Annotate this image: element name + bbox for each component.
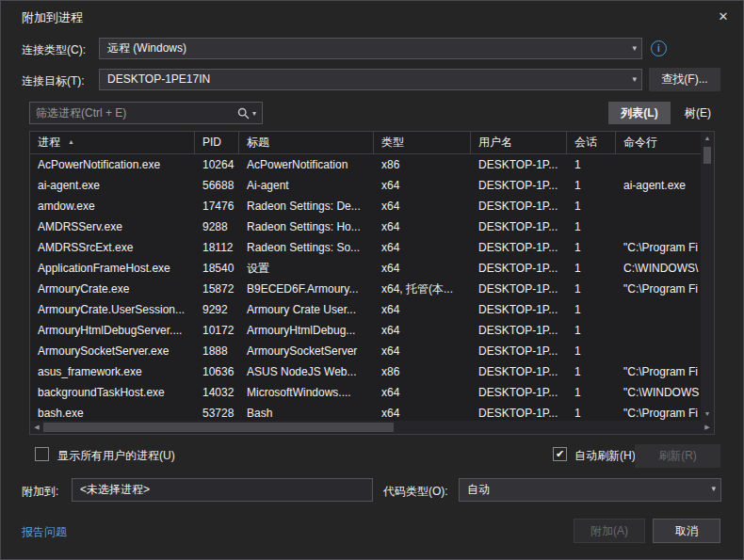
attach-to-field[interactable]: <未选择进程>	[72, 478, 373, 502]
table-row[interactable]: bash.exe53728Bashx64DESKTOP-1P...1"C:\Pr…	[30, 403, 701, 421]
scroll-left-icon[interactable]: ◀	[30, 421, 43, 434]
cell-process: ai-agent.exe	[30, 175, 195, 196]
column-header-process[interactable]: 进程▲	[30, 132, 195, 153]
close-icon[interactable]: ✕	[713, 7, 734, 27]
connection-type-value: 远程 (Windows)	[107, 41, 186, 55]
cancel-button[interactable]: 取消	[653, 519, 720, 543]
cell-type: x64	[374, 320, 471, 341]
show-all-users-label: 显示所有用户的进程(U)	[57, 448, 175, 464]
info-icon[interactable]: i	[651, 40, 667, 56]
column-label: 标题	[247, 136, 269, 149]
table-row[interactable]: ArmourySocketServer.exe1888ArmourySocket…	[30, 341, 701, 361]
auto-refresh-label: 自动刷新(H)	[574, 448, 636, 464]
column-header-type[interactable]: 类型	[374, 132, 471, 153]
cell-title: B9ECED6F.Armoury...	[239, 279, 374, 299]
list-view-toggle[interactable]: 列表(L)	[608, 102, 671, 124]
cell-type: x64, 托管(本...	[374, 279, 471, 299]
sort-ascending-icon: ▲	[68, 138, 74, 145]
cell-process: asus_framework.exe	[30, 361, 195, 382]
table-row[interactable]: backgroundTaskHost.exe14032MicrosoftWind…	[30, 382, 701, 403]
table-row[interactable]: AMDRSServ.exe9288Radeon Settings: Ho...x…	[30, 216, 701, 237]
column-header-cmdline[interactable]: 命令行	[616, 132, 701, 153]
cell-pid: 10636	[195, 361, 239, 382]
cell-title: ASUS NodeJS Web...	[239, 361, 374, 382]
cell-cmdline	[616, 341, 701, 361]
column-header-pid[interactable]: PID	[195, 132, 239, 153]
cell-pid: 10172	[195, 320, 239, 341]
cell-pid: 14032	[195, 382, 239, 403]
vertical-scrollbar[interactable]: ▲ ▼	[701, 132, 714, 421]
cell-pid: 15872	[195, 279, 239, 299]
table-row[interactable]: ArmouryCrate.exe15872B9ECED6F.Armoury...…	[30, 279, 701, 299]
cell-title: Bash	[239, 403, 374, 421]
table-row[interactable]: ai-agent.exe56688Ai-agentx64DESKTOP-1P..…	[30, 175, 701, 196]
cell-type: x64	[374, 175, 471, 196]
table-row[interactable]: AMDRSSrcExt.exe18112Radeon Settings: So.…	[30, 237, 701, 258]
cell-process: ArmourySocketServer.exe	[30, 341, 195, 361]
horizontal-scrollbar[interactable]: ◀ ▶	[30, 421, 714, 434]
cell-pid: 18112	[195, 237, 239, 258]
refresh-button[interactable]: 刷新(R)	[635, 444, 720, 468]
cell-user: DESKTOP-1P...	[471, 196, 567, 216]
cell-type: x64	[374, 341, 471, 361]
report-problem-link[interactable]: 报告问题	[22, 524, 67, 540]
tree-view-toggle[interactable]: 树(E)	[676, 102, 720, 124]
cell-user: DESKTOP-1P...	[471, 320, 567, 341]
search-button[interactable]: ▾	[232, 107, 262, 120]
cell-session: 1	[567, 382, 616, 403]
code-type-value: 自动	[467, 483, 490, 496]
show-all-users-checkbox[interactable]	[35, 447, 49, 461]
connection-target-dropdown[interactable]: DESKTOP-1PE17IN ▾	[99, 69, 642, 90]
attach-button[interactable]: 附加(A)	[574, 519, 645, 543]
cell-session: 1	[567, 403, 616, 421]
cell-cmdline: "C:\WINDOWS	[616, 382, 701, 403]
filter-processes-input[interactable]	[30, 106, 232, 120]
cell-session: 1	[567, 341, 616, 361]
cell-session: 1	[567, 320, 616, 341]
cell-type: x64	[374, 237, 471, 258]
cell-user: DESKTOP-1P...	[471, 175, 567, 196]
column-label: PID	[202, 136, 221, 149]
find-button[interactable]: 查找(F)...	[649, 68, 720, 91]
column-header-user[interactable]: 用户名	[471, 132, 567, 153]
table-row[interactable]: amdow.exe17476Radeon Settings: De...x64D…	[30, 196, 701, 216]
cell-cmdline	[616, 216, 701, 237]
column-header-session[interactable]: 会话	[567, 132, 616, 153]
chevron-down-icon: ▾	[632, 39, 637, 58]
code-type-dropdown[interactable]: 自动 ▾	[459, 478, 721, 502]
scroll-down-icon[interactable]: ▼	[701, 408, 714, 421]
table-row[interactable]: ApplicationFrameHost.exe18540设置x64DESKTO…	[30, 258, 701, 279]
code-type-label: 代码类型(O):	[383, 484, 448, 500]
column-header-title[interactable]: 标题	[239, 132, 374, 153]
cell-cmdline: "C:\Program Fi	[616, 361, 701, 382]
column-label: 用户名	[478, 136, 512, 149]
cell-user: DESKTOP-1P...	[471, 279, 567, 299]
cell-title: Radeon Settings: So...	[239, 237, 374, 258]
scroll-up-icon[interactable]: ▲	[701, 132, 714, 145]
connection-target-value: DESKTOP-1PE17IN	[107, 72, 210, 86]
cell-session: 1	[567, 175, 616, 196]
table-row[interactable]: ArmouryCrate.UserSession...9292Armoury C…	[30, 299, 701, 320]
scroll-right-icon[interactable]: ▶	[701, 421, 714, 434]
cell-session: 1	[567, 361, 616, 382]
cell-process: AcPowerNotification.exe	[30, 154, 195, 175]
cell-session: 1	[567, 279, 616, 299]
attach-to-process-dialog: 附加到进程 ✕ 连接类型(C): 远程 (Windows) ▾ i 连接目标(T…	[0, 0, 744, 560]
connection-target-label: 连接目标(T):	[22, 73, 85, 89]
cell-process: ArmouryCrate.UserSession...	[30, 299, 195, 320]
table-row[interactable]: asus_framework.exe10636ASUS NodeJS Web..…	[30, 361, 701, 382]
table-row[interactable]: AcPowerNotification.exe10264AcPowerNotif…	[30, 154, 701, 175]
horizontal-scrollbar-thumb[interactable]	[43, 423, 394, 432]
auto-refresh-checkbox[interactable]: ✔	[553, 447, 567, 461]
table-row[interactable]: ArmouryHtmlDebugServer....10172ArmouryHt…	[30, 320, 701, 341]
cell-process: amdow.exe	[30, 196, 195, 216]
column-label: 进程	[38, 136, 60, 149]
cell-user: DESKTOP-1P...	[471, 154, 567, 175]
cell-cmdline	[616, 320, 701, 341]
cell-type: x64	[374, 299, 471, 320]
connection-type-dropdown[interactable]: 远程 (Windows) ▾	[99, 38, 642, 59]
cell-title: 设置	[239, 258, 374, 279]
vertical-scrollbar-thumb[interactable]	[704, 147, 711, 164]
cell-user: DESKTOP-1P...	[471, 216, 567, 237]
cell-pid: 1888	[195, 341, 239, 361]
